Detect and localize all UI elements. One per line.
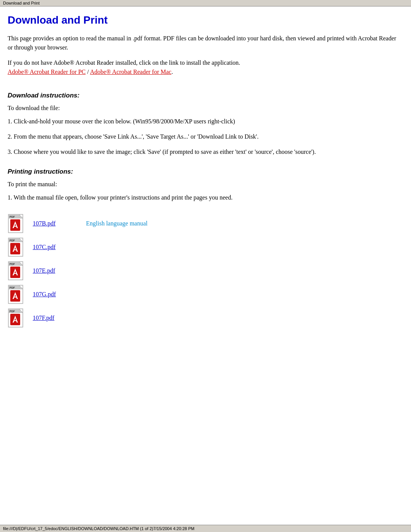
download-step-3: 3. Choose where you would like to save t… [8,147,400,157]
pdf-icon: PDF [8,214,27,233]
svg-text:PDF: PDF [10,310,15,313]
svg-text:PDF: PDF [10,286,15,289]
download-intro: To download the file: [8,105,400,112]
pdf-icon: PDF [8,284,27,304]
print-heading: Printing instructions: [8,168,400,176]
acrobat-links-paragraph: If you do not have Adobe® Acrobat Reader… [8,58,400,77]
pdf-file-link[interactable]: 107F.pdf [33,315,54,321]
print-step-1: 1. With the manual file open, follow you… [8,193,400,202]
print-section: Printing instructions: To print the manu… [8,168,400,202]
pdf-row: PDF 107C.pdf [8,237,400,257]
pdf-row: PDF 107G.pdf [8,284,400,304]
browser-title-text: Download and Print [3,1,40,5]
pdf-row: PDF 107F.pdf [8,308,400,328]
pdf-language-label: English language manual [86,220,148,227]
pdf-icon: PDF [8,308,27,328]
status-bar-text: file:///D|/EDFU/crt_17_5/edoc/ENGLISH/DO… [3,526,194,531]
download-heading: Download instructions: [8,92,400,99]
pdf-files-section: PDF 107B.pdfEnglish language manual PDF [8,214,400,328]
download-step-1: 1. Click-and-hold your mouse over the ic… [8,117,400,126]
browser-title-bar: Download and Print [0,0,411,6]
svg-text:PDF: PDF [10,263,15,265]
download-step-2: 2. From the menu that appears, choose 'S… [8,132,400,141]
pdf-file-link[interactable]: 107E.pdf [33,267,55,274]
pdf-file-link[interactable]: 107G.pdf [33,291,56,298]
page-title: Download and Print [8,14,400,26]
pdf-file-link[interactable]: 107B.pdf [33,220,56,227]
pdf-icon: PDF [8,261,27,281]
pdf-icon: PDF [8,237,27,257]
download-section: Download instructions: To download the f… [8,92,400,157]
svg-text:PDF: PDF [10,216,15,218]
status-bar: file:///D|/EDFU/crt_17_5/edoc/ENGLISH/DO… [0,525,411,532]
acrobat-reader-pc-link[interactable]: Adobe® Acrobat Reader for PC [8,69,86,75]
page-content: Download and Print This page provides an… [0,6,411,355]
acrobat-reader-mac-link[interactable]: Adobe® Acrobat Reader for Mac [90,69,172,75]
acrobat-intro-text: If you do not have Adobe® Acrobat Reader… [8,59,240,66]
pdf-row: PDF 107B.pdfEnglish language manual [8,214,400,233]
pdf-file-link[interactable]: 107C.pdf [33,244,56,251]
intro-paragraph-1: This page provides an option to read the… [8,34,400,52]
svg-text:PDF: PDF [10,239,15,242]
print-intro: To print the manual: [8,181,400,188]
pdf-row: PDF 107E.pdf [8,261,400,281]
